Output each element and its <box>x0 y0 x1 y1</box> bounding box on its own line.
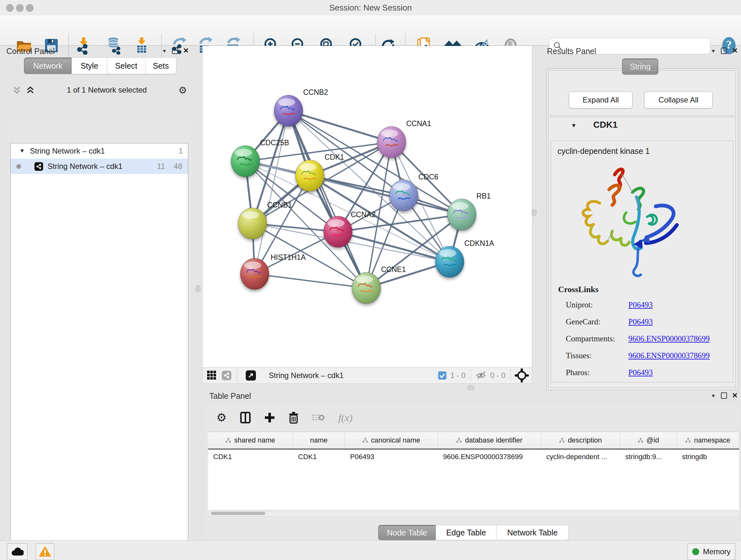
cloud-icon <box>11 547 23 557</box>
table-horizontal-scrollbar[interactable] <box>208 511 740 516</box>
panel-close-icon[interactable]: ✕ <box>732 47 738 54</box>
node-label: CDC25B <box>260 138 289 147</box>
table-panel-header: Table Panel ▼ ✕ <box>206 391 741 404</box>
network-canvas[interactable]: CCNB2CCNA1CDC25BCDK1CDC6RB1CCNB1CCNA2CDK… <box>202 46 532 367</box>
open-in-window-icon[interactable] <box>246 370 256 381</box>
tab-sets[interactable]: Sets <box>145 57 177 74</box>
collection-expander-icon[interactable]: ▼ <box>19 148 25 154</box>
panel-float-icon[interactable] <box>721 392 727 399</box>
column-namespace-icon <box>226 438 231 443</box>
separator <box>237 369 237 381</box>
show-columns-icon[interactable] <box>240 412 251 423</box>
section-collapse-icon[interactable]: ▼ <box>571 122 577 129</box>
tab-network[interactable]: Network <box>24 57 72 74</box>
selected-checkbox-icon[interactable] <box>438 371 447 380</box>
network-node-RB1[interactable]: RB1 <box>448 192 491 230</box>
crosslink-uniprot-link[interactable]: P06493 <box>628 300 653 309</box>
gene-description: cyclin-dependent kinase 1 <box>557 146 733 156</box>
table-cell[interactable]: stringdb:9... <box>620 453 677 461</box>
crosslink-compartments-link[interactable]: 9606.ENSP00000378699 <box>628 334 710 343</box>
table-cell[interactable]: 9606.ENSP00000378699 <box>438 453 541 461</box>
tab-edge-table[interactable]: Edge Table <box>435 525 496 540</box>
panel-float-icon[interactable] <box>721 48 727 54</box>
table-cell[interactable]: cyclin-dependent ... <box>541 453 620 461</box>
title-bar: Session: New Session <box>0 0 741 16</box>
panel-float-icon[interactable] <box>172 48 178 54</box>
network-node-CDK1[interactable]: CDK1 <box>295 153 344 191</box>
share-network-icon[interactable] <box>222 371 231 380</box>
left-splitter-handle[interactable] <box>196 285 200 292</box>
expand-all-button[interactable]: Expand All <box>569 91 632 108</box>
memory-button[interactable]: Memory <box>687 543 735 560</box>
column-header-database-identifier[interactable]: database identifier <box>438 432 541 449</box>
network-edge[interactable] <box>255 111 288 274</box>
expand-all-icon[interactable] <box>25 85 35 95</box>
gear-icon[interactable]: ⚙ <box>179 84 187 96</box>
column-header-name[interactable]: name <box>293 432 345 449</box>
table-row[interactable]: CDK1CDK1P064939606.ENSP00000378699cyclin… <box>208 449 739 464</box>
panel-minimize-icon[interactable]: ▼ <box>162 49 167 53</box>
node-label: CCNE1 <box>381 265 406 273</box>
network-collection-row[interactable]: ▼ String Network – cdk1 1 <box>10 143 188 159</box>
tab-node-table[interactable]: Node Table <box>378 525 436 540</box>
column-header-shared-name[interactable]: shared name <box>208 432 293 449</box>
network-edge[interactable] <box>288 111 392 142</box>
tab-select[interactable]: Select <box>107 57 145 74</box>
collection-label: String Network – cdk1 <box>30 146 105 155</box>
collection-count: 1 <box>179 146 183 155</box>
delete-trash-icon[interactable] <box>288 412 299 424</box>
network-edge[interactable] <box>255 274 366 288</box>
network-node-CCNA1[interactable]: CCNA1 <box>377 119 431 158</box>
node-label: CCNB2 <box>303 88 328 97</box>
network-node-CDC25B[interactable]: CDC25B <box>231 138 289 177</box>
table-cell[interactable]: stringdb <box>677 453 739 461</box>
panel-minimize-icon[interactable]: ▼ <box>711 49 716 53</box>
delete-table-icon <box>312 413 325 423</box>
column-header-description[interactable]: description <box>541 432 620 449</box>
network-node-CCNB1[interactable]: CCNB1 <box>238 201 292 239</box>
network-node-CDC6[interactable]: CDC6 <box>389 173 439 211</box>
table-gear-icon[interactable]: ⚙ <box>216 411 226 424</box>
function-builder-icon: f(x) <box>338 412 352 424</box>
crosslink-genecard-link[interactable]: P06493 <box>628 317 653 326</box>
add-column-icon[interactable] <box>264 412 275 423</box>
table-cell[interactable]: CDK1 <box>208 453 293 461</box>
network-row[interactable]: String Network – cdk1 11 48 <box>10 159 188 174</box>
panel-close-icon[interactable]: ✕ <box>183 47 189 54</box>
panel-minimize-icon[interactable]: ▼ <box>711 393 716 398</box>
collapse-all-button[interactable]: Collapse All <box>644 91 713 108</box>
panel-close-icon[interactable]: ✕ <box>732 392 738 399</box>
table-cell[interactable]: P06493 <box>345 453 438 461</box>
network-node-HIST1H1A[interactable]: HIST1H1A <box>240 253 306 290</box>
crosslink-row: Compartments:9606.ENSP00000378699 <box>566 330 733 347</box>
crosslink-label: Pharos: <box>566 368 628 377</box>
cloud-button[interactable] <box>7 543 27 560</box>
string-network-icon <box>35 162 43 171</box>
scrollbar-thumb[interactable] <box>211 512 265 515</box>
network-node-CCNE1[interactable]: CCNE1 <box>352 265 406 304</box>
network-edge[interactable] <box>310 176 462 214</box>
tab-style[interactable]: Style <box>71 57 107 74</box>
column-header-namespace[interactable]: namespace <box>677 432 739 449</box>
column-namespace-icon <box>456 438 462 443</box>
column-header-canonical-name[interactable]: canonical name <box>345 432 438 449</box>
window-title: Session: New Session <box>0 3 741 13</box>
crosslink-label: Tissues: <box>566 351 628 360</box>
hidden-eye-icon <box>475 371 486 380</box>
network-graph[interactable]: CCNB2CCNA1CDC25BCDK1CDC6RB1CCNB1CCNA2CDK… <box>203 46 532 367</box>
bottom-splitter-handle[interactable] <box>468 385 475 390</box>
node-label: CCNA2 <box>351 210 376 219</box>
fit-selected-crosshair-icon[interactable] <box>515 368 529 382</box>
crosslink-pharos-link[interactable]: P06493 <box>628 368 653 377</box>
column-header--id[interactable]: @id <box>620 432 677 449</box>
tab-network-table[interactable]: Network Table <box>496 525 569 540</box>
node-label: CDKN1A <box>464 239 494 247</box>
collapse-all-icon[interactable] <box>12 85 22 95</box>
table-header-row: shared namenamecanonical namedatabase id… <box>208 432 739 449</box>
right-splitter-handle[interactable] <box>532 209 536 216</box>
crosslink-tissues-link[interactable]: 9606.ENSP00000378699 <box>628 351 710 360</box>
network-node-CDKN1A[interactable]: CDKN1A <box>435 239 494 277</box>
warnings-button[interactable] <box>36 543 54 560</box>
table-cell[interactable]: CDK1 <box>293 453 345 461</box>
birds-eye-view-icon[interactable] <box>207 371 217 380</box>
